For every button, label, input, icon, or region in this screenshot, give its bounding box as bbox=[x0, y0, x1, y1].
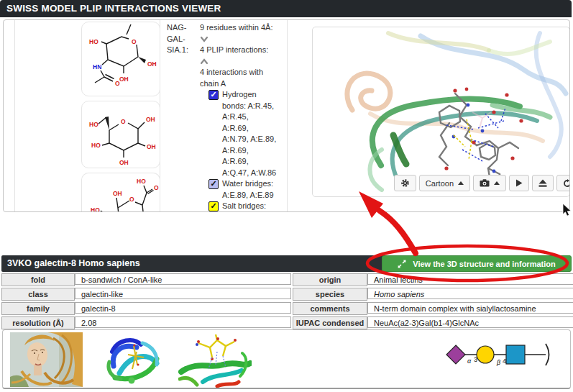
protein-structure-thumbnail[interactable] bbox=[101, 333, 165, 389]
page-title: SWISS MODEL PLIP INTERACTIONS VIEWER bbox=[6, 3, 221, 14]
view-3d-structure-label: View the 3D structure and information bbox=[413, 260, 555, 268]
expand-residues-toggle[interactable] bbox=[200, 34, 290, 45]
play-icon bbox=[515, 179, 523, 187]
protein-ribbon-render bbox=[313, 27, 569, 196]
sia-structure-drawing: OH HO O O OH HO OH bbox=[82, 173, 160, 212]
atom-label: OH bbox=[147, 60, 157, 68]
atom-label: O bbox=[121, 118, 126, 125]
eject-icon bbox=[538, 179, 547, 187]
field-value-family: galectin-8 bbox=[75, 302, 291, 314]
media-strip: α 3 β 4 bbox=[2, 329, 571, 389]
field-label-class: class bbox=[1, 288, 75, 301]
atom-label: OH bbox=[113, 190, 122, 197]
entry-details-section: 3VKO galectin-8 Homo sapiens View the 3D… bbox=[1, 255, 570, 329]
hydrogen-bonds-label: Hydrogen bbox=[222, 89, 257, 101]
entry-header-bar: 3VKO galectin-8 Homo sapiens View the 3D… bbox=[1, 255, 570, 272]
salt-bridges-label: Salt bridges: bbox=[222, 201, 266, 212]
venus-painting-thumbnail[interactable] bbox=[10, 332, 83, 390]
field-value-origin: Animal lectins bbox=[367, 273, 573, 285]
hydrogen-bonds-residues: A:N.79, A:E.89, bbox=[200, 134, 290, 145]
viewer-toolbar: Cartoon bbox=[394, 175, 570, 191]
atom-label: O bbox=[129, 196, 134, 203]
app-title-bar: SWISS MODEL PLIP INTERACTIONS VIEWER bbox=[0, 0, 572, 17]
atom-label: HO bbox=[91, 206, 100, 212]
eject-button[interactable] bbox=[532, 175, 554, 191]
field-value-comments: N-term domain complex with sialyllactosa… bbox=[367, 302, 573, 314]
venus-painting bbox=[10, 332, 83, 387]
table-row: family galectin-8 comments N-term domain… bbox=[1, 302, 570, 315]
hydrogen-bonds-toggle[interactable]: ✓ Hydrogen bbox=[200, 89, 290, 101]
chain-name-line: chain A bbox=[200, 78, 290, 90]
interactions-panel: HO O OH OH HN O HO bbox=[3, 19, 570, 212]
chain-interactions-line: 4 interactions with bbox=[200, 67, 290, 78]
field-label-species: species bbox=[293, 288, 367, 301]
view-3d-structure-button[interactable]: View the 3D structure and information bbox=[382, 255, 572, 272]
table-row: fold b-sandwich / ConA-like origin Anima… bbox=[1, 273, 570, 286]
water-bridges-label: Water bridges: bbox=[222, 178, 273, 190]
glycan-symbol-diagram: α 3 β 4 bbox=[438, 337, 567, 378]
ligand-label: NAG- bbox=[167, 22, 188, 34]
residues-within-line: 9 residues within 4Å: bbox=[200, 22, 290, 34]
gal-structure-drawing: HO O OH OH HO OH bbox=[82, 101, 160, 168]
water-bridges-checkbox[interactable]: ✓ bbox=[208, 179, 219, 189]
caret-up-icon bbox=[458, 181, 464, 185]
representation-dropdown[interactable]: Cartoon bbox=[419, 175, 470, 191]
linkage-alpha: α bbox=[467, 357, 472, 365]
gal-structure-card[interactable]: HO O OH OH HO OH bbox=[81, 101, 160, 168]
atom-label: HN bbox=[93, 63, 101, 70]
caret-up-icon bbox=[494, 181, 500, 185]
binding-site-thumbnail[interactable] bbox=[178, 332, 252, 391]
structure-3d-viewer[interactable]: Cartoon bbox=[312, 27, 570, 197]
atom-label: HO bbox=[89, 121, 98, 128]
red-arrow-shaft bbox=[380, 211, 416, 253]
salt-bridges-checkbox[interactable]: ✓ bbox=[208, 201, 219, 211]
atom-label: OH bbox=[119, 159, 129, 166]
linkage-alpha-num: 3 bbox=[474, 356, 477, 363]
spin-icon bbox=[563, 179, 570, 188]
gear-icon bbox=[400, 178, 410, 188]
ligand-label: SIA.1: bbox=[167, 45, 188, 56]
panel-gutter-divider bbox=[14, 20, 15, 211]
salt-bridges-toggle[interactable]: ✓ Salt bridges: bbox=[200, 201, 290, 212]
hydrogen-bonds-checkbox[interactable]: ✓ bbox=[208, 90, 219, 100]
binding-site-render bbox=[178, 332, 252, 388]
glcnac-square bbox=[506, 345, 525, 364]
glycan-snfg-drawing: α 3 β 4 bbox=[438, 337, 567, 375]
field-label-iupac: IUPAC condensed bbox=[293, 316, 367, 329]
water-bridges-toggle[interactable]: ✓ Water bridges: bbox=[200, 178, 290, 190]
linkage-beta-num: 4 bbox=[503, 357, 506, 365]
field-value-class: galectin-like bbox=[75, 288, 291, 299]
atom-label: O bbox=[132, 38, 137, 45]
table-row: class galectin-like species Homo sapiens bbox=[1, 288, 570, 301]
hydrogen-bonds-residues: A:R.69, bbox=[200, 123, 290, 135]
atom-label: HO bbox=[91, 142, 101, 149]
sia-structure-card[interactable]: OH HO O O OH HO OH bbox=[81, 173, 160, 212]
atom-label: OH bbox=[119, 76, 129, 83]
ligand-name-column: NAG- GAL- SIA.1: bbox=[167, 22, 188, 56]
spin-button[interactable] bbox=[556, 175, 570, 191]
neuac-diamond bbox=[446, 345, 465, 364]
hydrogen-bonds-residues: bonds: A:R.45, bbox=[200, 101, 290, 112]
field-label-resolution: resolution (Å) bbox=[1, 316, 75, 329]
nag-structure-drawing: HO O OH OH HN O bbox=[82, 22, 160, 95]
atom-label: OH bbox=[146, 116, 155, 123]
field-label-comments: comments bbox=[293, 302, 367, 315]
nag-structure-card[interactable]: HO O OH OH HN O bbox=[81, 22, 160, 96]
field-value-iupac: NeuAc(a2-3)Gal(b1-4)GlcNAc bbox=[367, 316, 573, 328]
atom-label: O bbox=[115, 80, 120, 87]
field-label-fold: fold bbox=[1, 273, 75, 286]
table-row: resolution (Å) 2.08 IUPAC condensed NeuA… bbox=[1, 316, 570, 329]
field-value-resolution: 2.08 bbox=[75, 316, 291, 328]
plip-interactions-line: 4 PLIP interactions: bbox=[200, 45, 290, 56]
linkage-beta: β bbox=[496, 359, 500, 366]
protein-ribbon-thumb bbox=[101, 333, 165, 386]
play-button[interactable] bbox=[509, 175, 529, 191]
screenshot-dropdown[interactable] bbox=[473, 175, 506, 191]
expand-arrows-icon bbox=[398, 260, 406, 268]
settings-button[interactable] bbox=[394, 175, 416, 191]
ligand-label: GAL- bbox=[167, 34, 188, 45]
collapse-interactions-toggle[interactable] bbox=[200, 56, 290, 68]
gal-circle bbox=[477, 346, 494, 363]
interaction-summary: 9 residues within 4Å: 4 PLIP interaction… bbox=[200, 22, 290, 212]
hydrogen-bonds-residues: A:Q.47, A:W.86 bbox=[200, 168, 290, 179]
